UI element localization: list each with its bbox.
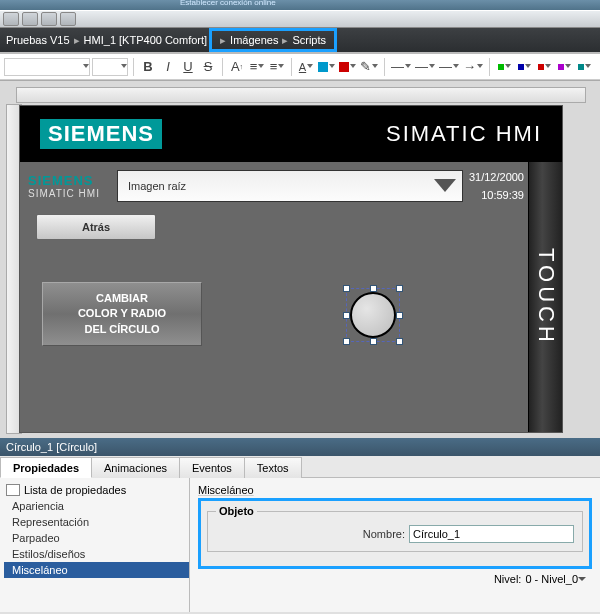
color-3-button[interactable] — [535, 58, 553, 76]
inspector-body: Lista de propiedades Apariencia Represen… — [0, 478, 600, 612]
resize-handle[interactable] — [396, 338, 403, 345]
hmi-title-row: SIEMENS SIMATIC HMI Imagen raíz 31/12/20… — [24, 166, 526, 206]
quick-toolbar — [0, 10, 600, 28]
chevron-right-icon: ▸ — [220, 34, 226, 47]
toolbar-button[interactable] — [22, 12, 38, 26]
level-label: Nivel: — [494, 573, 522, 585]
chevron-down-icon — [578, 577, 586, 581]
hmi-header: SIEMENS SIMATIC HMI — [20, 106, 562, 162]
selection-box — [346, 288, 400, 342]
time-label: 10:59:39 — [466, 189, 524, 201]
color-1-button[interactable] — [495, 58, 513, 76]
tab-properties[interactable]: Propiedades — [0, 457, 92, 478]
object-group-highlight: Objeto Nombre: — [198, 498, 592, 569]
breadcrumb-item[interactable]: Scripts — [292, 34, 326, 46]
breadcrumb-item[interactable]: HMI_1 [KTP400 Comfort] — [84, 34, 208, 46]
root-image-dropdown[interactable]: Imagen raíz — [117, 170, 463, 202]
breadcrumb: Pruebas V15 ▸ HMI_1 [KTP400 Comfort] ▸ I… — [0, 28, 600, 52]
superscript-button[interactable]: A↑ — [228, 58, 246, 76]
align-left-button[interactable]: ≡ — [248, 58, 266, 76]
name-label: Nombre: — [363, 528, 405, 540]
hmi-screen[interactable]: SIEMENS SIMATIC HMI SIEMENS SIMATIC HMI … — [19, 105, 563, 433]
clock: 31/12/2000 10:59:39 — [466, 171, 526, 201]
fill-color-button[interactable] — [317, 58, 336, 76]
touch-panel: TOUCH — [528, 162, 562, 432]
line-end-button[interactable]: — — [438, 58, 460, 76]
circle-object[interactable] — [350, 292, 396, 338]
canvas-area: SIEMENS SIMATIC HMI SIEMENS SIMATIC HMI … — [0, 80, 600, 438]
bold-button[interactable]: B — [139, 58, 157, 76]
siemens-logo: SIEMENS — [40, 119, 162, 149]
color-4-button[interactable] — [555, 58, 573, 76]
hmi-body: SIEMENS SIMATIC HMI Imagen raíz 31/12/20… — [20, 162, 562, 432]
color-2-button[interactable] — [515, 58, 533, 76]
property-list: Lista de propiedades Apariencia Represen… — [0, 478, 190, 612]
list-icon — [6, 484, 20, 496]
resize-handle[interactable] — [343, 312, 350, 319]
prop-item-representacion[interactable]: Representación — [4, 514, 189, 530]
change-circle-label: CAMBIAR COLOR Y RADIO DEL CÍRCULO — [78, 291, 166, 337]
level-value: 0 - Nivel_0 — [525, 573, 578, 585]
resize-handle[interactable] — [396, 285, 403, 292]
format-toolbar: B I U S A↑ ≡ ≡ A ✎ — — — → — [0, 52, 600, 80]
back-button[interactable]: Atrás — [36, 214, 156, 240]
color-5-button[interactable] — [575, 58, 593, 76]
align-vert-button[interactable]: ≡ — [268, 58, 286, 76]
property-panel: Misceláneo Objeto Nombre: Nivel: 0 - Niv… — [190, 478, 600, 612]
tab-events[interactable]: Eventos — [179, 457, 245, 478]
breadcrumb-item[interactable]: Pruebas V15 — [6, 34, 70, 46]
breadcrumb-highlight: ▸ Imágenes ▸ Scripts — [209, 28, 337, 52]
date-label: 31/12/2000 — [466, 171, 524, 183]
strike-button[interactable]: S — [199, 58, 217, 76]
inspector-title: Círculo_1 [Círculo] — [0, 438, 600, 456]
root-image-label: Imagen raíz — [128, 180, 186, 192]
object-group-label: Objeto — [216, 505, 257, 517]
chevron-right-icon: ▸ — [282, 34, 288, 47]
arrow-button[interactable]: → — [462, 58, 484, 76]
property-list-title: Lista de propiedades — [24, 484, 126, 496]
tab-animations[interactable]: Animaciones — [91, 457, 180, 478]
line-color-button[interactable] — [338, 58, 357, 76]
ruler-horizontal — [16, 87, 586, 103]
line-style-button[interactable]: — — [414, 58, 436, 76]
property-list-header: Lista de propiedades — [4, 482, 189, 498]
toolbar-button[interactable] — [41, 12, 57, 26]
name-input[interactable] — [409, 525, 574, 543]
touch-label: TOUCH — [533, 248, 559, 346]
simatic-small-label: SIMATIC HMI — [28, 188, 114, 199]
object-group: Objeto Nombre: — [207, 505, 583, 552]
level-select[interactable]: 0 - Nivel_0 — [525, 573, 586, 585]
app-titlebar: Establecer conexión online — [0, 0, 600, 10]
breadcrumb-item[interactable]: Imágenes — [230, 34, 278, 46]
italic-button[interactable]: I — [159, 58, 177, 76]
panel-section-title: Misceláneo — [198, 484, 592, 496]
underline-button[interactable]: U — [179, 58, 197, 76]
siemens-small-label: SIEMENS — [28, 173, 114, 188]
prop-item-apariencia[interactable]: Apariencia — [4, 498, 189, 514]
inspector-tabs: Propiedades Animaciones Eventos Textos — [0, 456, 600, 478]
prop-item-parpadeo[interactable]: Parpadeo — [4, 530, 189, 546]
resize-handle[interactable] — [343, 285, 350, 292]
line-width-button[interactable]: — — [390, 58, 412, 76]
resize-handle[interactable] — [370, 285, 377, 292]
resize-handle[interactable] — [370, 338, 377, 345]
tab-texts[interactable]: Textos — [244, 457, 302, 478]
prop-item-misc[interactable]: Misceláneo — [4, 562, 189, 578]
change-circle-button[interactable]: CAMBIAR COLOR Y RADIO DEL CÍRCULO — [42, 282, 202, 346]
resize-handle[interactable] — [396, 312, 403, 319]
toolbar-button[interactable] — [60, 12, 76, 26]
resize-handle[interactable] — [343, 338, 350, 345]
pen-button[interactable]: ✎ — [359, 58, 379, 76]
prop-item-estilos[interactable]: Estilos/diseños — [4, 546, 189, 562]
toolbar-button[interactable] — [3, 12, 19, 26]
chevron-down-icon — [436, 181, 454, 192]
siemens-small: SIEMENS SIMATIC HMI — [24, 173, 114, 199]
font-family-select[interactable] — [4, 58, 90, 76]
font-size-select[interactable] — [92, 58, 128, 76]
font-color-button[interactable]: A — [297, 58, 315, 76]
chevron-right-icon: ▸ — [74, 34, 80, 47]
simatic-hmi-label: SIMATIC HMI — [386, 121, 542, 147]
